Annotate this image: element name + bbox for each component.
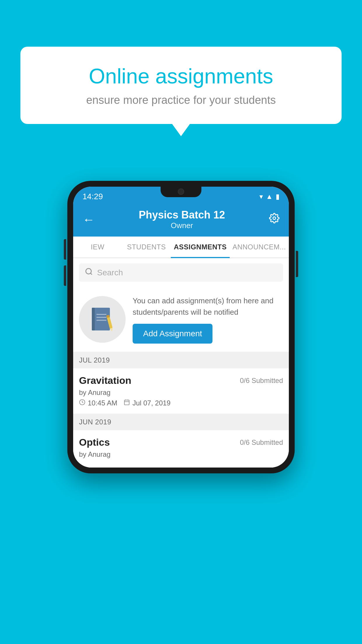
header-title-area: Physics Batch 12 Owner	[139, 209, 225, 230]
assignment-author: by Anurag	[79, 388, 283, 397]
speech-bubble-title: Online assignments	[44, 64, 318, 88]
add-assignment-area: You can add assignment(s) from here and …	[73, 287, 289, 352]
tab-announcements[interactable]: ANNOUNCEM...	[230, 237, 289, 258]
assignment-time: 10:45 AM	[79, 399, 117, 407]
power-button	[296, 251, 298, 277]
speech-bubble-subtitle: ensure more practice for your students	[44, 94, 318, 106]
assignment-info: You can add assignment(s) from here and …	[133, 295, 283, 344]
status-icons: ▾ ▲ ▮	[259, 192, 280, 201]
assignment-date-value: Jul 07, 2019	[132, 399, 171, 407]
assignment-item-optics[interactable]: Optics 0/6 Submitted by Anurag	[73, 430, 289, 468]
speech-bubble-container: Online assignments ensure more practice …	[20, 47, 342, 124]
assignment-time-value: 10:45 AM	[88, 399, 117, 407]
svg-rect-12	[124, 400, 129, 405]
svg-point-1	[86, 269, 92, 274]
speech-bubble: Online assignments ensure more practice …	[20, 47, 342, 124]
svg-line-2	[90, 273, 92, 274]
calendar-icon	[124, 399, 130, 407]
app-header: ← Physics Batch 12 Owner	[73, 204, 289, 237]
assignment-submitted: 0/6 Submitted	[240, 377, 283, 385]
settings-button[interactable]	[269, 213, 280, 226]
assignment-item-header: Gravitation 0/6 Submitted	[79, 375, 283, 386]
phone-container: 14:29 ▾ ▲ ▮ ← Physics Batch 12 Owner	[67, 181, 295, 473]
svg-rect-4	[92, 308, 95, 330]
assignment-author-optics: by Anurag	[79, 450, 283, 459]
tab-students[interactable]: STUDENTS	[122, 237, 171, 258]
header-subtitle: Owner	[139, 221, 225, 230]
notebook-icon	[91, 306, 114, 332]
section-header-jun: JUN 2019	[73, 414, 289, 430]
assignment-item-header-optics: Optics 0/6 Submitted	[79, 437, 283, 448]
tab-bar: IEW STUDENTS ASSIGNMENTS ANNOUNCEM...	[73, 237, 289, 258]
search-icon	[85, 267, 93, 278]
search-placeholder: Search	[97, 268, 123, 277]
tab-iew[interactable]: IEW	[73, 237, 122, 258]
assignment-description: You can add assignment(s) from here and …	[133, 295, 283, 318]
search-container: Search	[73, 258, 289, 287]
assignment-date: Jul 07, 2019	[124, 399, 171, 407]
assignment-item-gravitation[interactable]: Gravitation 0/6 Submitted by Anurag 10:4…	[73, 368, 289, 414]
assignment-icon-circle	[79, 296, 126, 343]
section-header-jul: JUL 2019	[73, 352, 289, 368]
svg-marker-9	[110, 328, 114, 332]
phone-notch	[161, 187, 201, 197]
assignment-name: Gravitation	[79, 375, 131, 386]
signal-icon: ▲	[266, 192, 273, 201]
page-title: Physics Batch 12	[139, 209, 225, 221]
assignment-name-optics: Optics	[79, 437, 110, 448]
phone-frame: 14:29 ▾ ▲ ▮ ← Physics Batch 12 Owner	[67, 181, 295, 473]
phone-screen: 14:29 ▾ ▲ ▮ ← Physics Batch 12 Owner	[73, 187, 289, 468]
search-bar[interactable]: Search	[79, 263, 283, 282]
volume-down-button	[64, 265, 66, 286]
assignment-meta: 10:45 AM Jul 07, 2019	[79, 399, 283, 407]
svg-point-0	[273, 217, 276, 220]
wifi-icon: ▾	[259, 192, 263, 201]
tab-assignments[interactable]: ASSIGNMENTS	[171, 237, 230, 258]
battery-icon: ▮	[276, 192, 280, 201]
add-assignment-button[interactable]: Add Assignment	[133, 324, 212, 344]
clock-icon	[79, 399, 85, 407]
back-button[interactable]: ←	[82, 213, 95, 227]
front-camera	[178, 188, 184, 195]
status-time: 14:29	[82, 192, 103, 201]
volume-up-button	[64, 239, 66, 260]
assignment-submitted-optics: 0/6 Submitted	[240, 438, 283, 447]
